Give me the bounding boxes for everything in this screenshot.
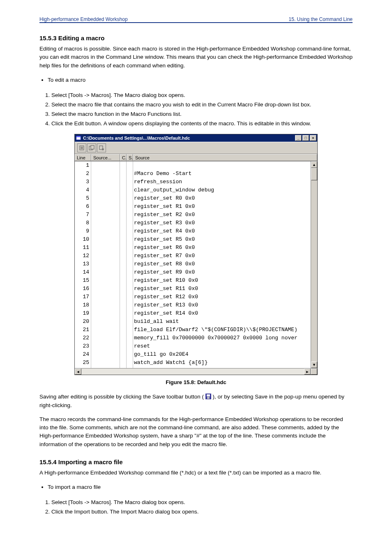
line-number: 25 <box>75 359 91 367</box>
code-row[interactable]: 18register_set R13 0x0 <box>75 301 317 309</box>
line-number: 23 <box>75 342 91 350</box>
toolbar-btn-1[interactable] <box>77 143 86 152</box>
code-row[interactable]: 9register_set R4 0x0 <box>75 227 317 235</box>
line-number: 6 <box>75 203 91 211</box>
svg-rect-0 <box>76 137 81 140</box>
source-cell: register_set R6 0x0 <box>133 244 317 252</box>
c-cell <box>120 235 127 244</box>
source-cell: clear_output_window debug <box>133 186 317 194</box>
code-row[interactable]: 21file_load Elf/Dwarf2 \"$(CONFIGDIR)\\$… <box>75 326 317 334</box>
c-cell <box>120 211 127 219</box>
source-cell: register_set R5 0x0 <box>133 235 317 244</box>
code-row[interactable]: 14register_set R9 0x0 <box>75 268 317 276</box>
code-row[interactable]: 4clear_output_window debug <box>75 186 317 194</box>
s-cell <box>127 244 133 252</box>
code-row[interactable]: 2#Macro Demo -Start <box>75 170 317 178</box>
line-number: 14 <box>75 268 91 276</box>
window-icon <box>76 135 81 141</box>
line-number: 5 <box>75 194 91 203</box>
source-addr-cell <box>91 186 120 194</box>
s-cell <box>127 227 133 235</box>
code-row[interactable]: 12register_set R7 0x0 <box>75 252 317 260</box>
minimize-button[interactable]: _ <box>295 135 302 141</box>
line-number: 13 <box>75 260 91 268</box>
code-row[interactable]: 22memory_fill 0x70000000 0x70000027 0x00… <box>75 334 317 342</box>
c-cell <box>120 170 127 178</box>
s-cell <box>127 350 133 359</box>
resize-grip[interactable] <box>311 368 317 375</box>
code-row[interactable]: 24go_till go 0x20E4 <box>75 350 317 359</box>
s-cell <box>127 326 133 334</box>
code-row[interactable]: 20build_all wait <box>75 318 317 326</box>
scroll-thumb[interactable] <box>311 168 317 180</box>
macro-editor-window: C:\Documents and Settings\...\Macros\Def… <box>74 134 318 375</box>
maximize-button[interactable]: □ <box>302 135 309 141</box>
code-row[interactable]: 25watch_add Watch1 {a[6]} <box>75 359 317 367</box>
code-row[interactable]: 17register_set R12 0x0 <box>75 293 317 301</box>
source-addr-cell <box>91 252 120 260</box>
c-cell <box>120 252 127 260</box>
c-cell <box>120 268 127 276</box>
code-row[interactable]: 15register_set R10 0x0 <box>75 276 317 285</box>
code-row[interactable]: 3refresh_session <box>75 178 317 186</box>
toolbar-btn-2[interactable] <box>87 143 96 152</box>
s-cell <box>127 235 133 244</box>
col-source-addr[interactable]: Source... <box>91 154 120 161</box>
hscroll-track[interactable] <box>81 368 304 375</box>
save-icon <box>205 394 211 399</box>
line-number: 19 <box>75 309 91 318</box>
import-step-1: 1. Select [Tools -> Macros]. The Macro d… <box>45 498 353 507</box>
c-cell <box>120 301 127 309</box>
toolbar <box>75 142 317 154</box>
col-line[interactable]: Line <box>75 154 91 161</box>
source-cell: refresh_session <box>133 178 317 186</box>
code-row[interactable]: 19register_set R14 0x0 <box>75 309 317 318</box>
line-number: 2 <box>75 170 91 178</box>
titlebar[interactable]: C:\Documents and Settings\...\Macros\Def… <box>75 134 317 142</box>
scroll-right-button[interactable]: ► <box>304 368 311 375</box>
source-cell: register_set R14 0x0 <box>133 309 317 318</box>
code-row[interactable]: 7register_set R2 0x0 <box>75 211 317 219</box>
close-button[interactable]: × <box>310 135 316 141</box>
s-cell <box>127 260 133 268</box>
source-addr-cell <box>91 203 120 211</box>
scroll-left-button[interactable]: ◄ <box>75 368 81 375</box>
vertical-scrollbar[interactable]: ▲ ▼ <box>311 161 317 368</box>
source-cell <box>133 161 317 170</box>
horizontal-scrollbar[interactable]: ◄ ► <box>75 368 317 375</box>
code-row[interactable]: 6register_set R1 0x0 <box>75 203 317 211</box>
s-cell <box>127 186 133 194</box>
code-row[interactable]: 5register_set R0 0x0 <box>75 194 317 203</box>
code-row[interactable]: 1 <box>75 161 317 170</box>
col-s[interactable]: S.. <box>127 154 133 161</box>
s-cell <box>127 342 133 350</box>
code-row[interactable]: 16register_set R11 0x0 <box>75 285 317 293</box>
s-cell <box>127 334 133 342</box>
source-cell: register_set R10 0x0 <box>133 276 317 285</box>
code-row[interactable]: 23reset <box>75 342 317 350</box>
c-cell <box>120 285 127 293</box>
line-number: 16 <box>75 285 91 293</box>
s-cell <box>127 293 133 301</box>
c-cell <box>120 178 127 186</box>
source-addr-cell <box>91 276 120 285</box>
code-row[interactable]: 13register_set R8 0x0 <box>75 260 317 268</box>
source-addr-cell <box>91 211 120 219</box>
s-cell <box>127 318 133 326</box>
code-area[interactable]: 12#Macro Demo -Start3refresh_session4cle… <box>75 161 317 375</box>
source-addr-cell <box>91 260 120 268</box>
c-cell <box>120 326 127 334</box>
source-cell: register_set R11 0x0 <box>133 285 317 293</box>
source-cell: register_set R8 0x0 <box>133 260 317 268</box>
s-cell <box>127 219 133 227</box>
toolbar-btn-3[interactable] <box>97 143 106 152</box>
scroll-up-button[interactable]: ▲ <box>311 161 317 168</box>
line-number: 11 <box>75 244 91 252</box>
col-c[interactable]: C.. <box>120 154 127 161</box>
code-row[interactable]: 10register_set R5 0x0 <box>75 235 317 244</box>
code-row[interactable]: 8register_set R3 0x0 <box>75 219 317 227</box>
col-source[interactable]: Source <box>133 154 317 161</box>
scroll-down-button[interactable]: ▼ <box>311 362 317 368</box>
source-cell: register_set R7 0x0 <box>133 252 317 260</box>
code-row[interactable]: 11register_set R6 0x0 <box>75 244 317 252</box>
